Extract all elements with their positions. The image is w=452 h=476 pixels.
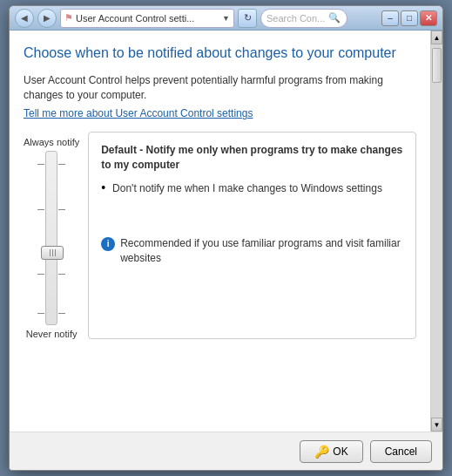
uac-slider[interactable]: Always notify	[24, 132, 79, 339]
scrollbar-thumb[interactable]	[432, 48, 442, 83]
info-circle-icon: i	[101, 237, 115, 251]
scrollbar-down-button[interactable]: ▼	[431, 418, 442, 432]
refresh-button[interactable]: ↻	[238, 9, 257, 28]
ok-button[interactable]: 🔑 OK	[300, 440, 362, 463]
info-panel-title: Default - Notify me only when programs t…	[101, 143, 403, 173]
ok-icon: 🔑	[314, 445, 329, 459]
slider-top-label: Always notify	[24, 137, 79, 147]
title-bar: ◀ ▶ ⚑ User Account Control setti... ▼ ↻ …	[10, 6, 442, 31]
window-controls: – □ ✕	[381, 10, 437, 26]
scrollbar[interactable]: ▲ ▼	[430, 31, 442, 432]
search-placeholder: Search Con...	[266, 13, 325, 24]
search-icon: 🔍	[328, 12, 341, 24]
bottom-bar: 🔑 OK Cancel	[10, 432, 442, 470]
address-text: User Account Control setti...	[76, 13, 222, 24]
info-panel: Default - Notify me only when programs t…	[88, 132, 416, 339]
content-area: Choose when to be notified about changes…	[10, 31, 442, 432]
info-bullet-text: Don't notify me when I make changes to W…	[112, 181, 382, 196]
info-spacer	[101, 205, 403, 231]
slider-thumb-grip	[50, 249, 56, 256]
ok-label: OK	[333, 445, 347, 458]
bullet-icon: •	[101, 180, 105, 194]
main-content: Choose when to be notified about changes…	[10, 31, 430, 432]
page-title: Choose when to be notified about changes…	[24, 44, 416, 63]
close-button[interactable]: ✕	[420, 10, 437, 26]
cancel-label: Cancel	[385, 445, 417, 458]
main-window: ◀ ▶ ⚑ User Account Control setti... ▼ ↻ …	[9, 5, 443, 471]
slider-track[interactable]	[45, 151, 57, 325]
address-bar[interactable]: ⚑ User Account Control setti... ▼	[60, 9, 234, 28]
back-button[interactable]: ◀	[15, 9, 34, 28]
slider-section: Always notify	[24, 132, 416, 339]
info-bullet-item: • Don't notify me when I make changes to…	[101, 181, 403, 196]
forward-button[interactable]: ▶	[37, 9, 57, 28]
scrollbar-track[interactable]	[431, 44, 442, 418]
slider-bottom-label: Never notify	[26, 329, 78, 339]
minimize-button[interactable]: –	[381, 10, 399, 26]
maximize-button[interactable]: □	[401, 10, 418, 26]
slider-thumb[interactable]	[41, 246, 64, 260]
info-note-text: Recommended if you use familiar programs…	[120, 236, 403, 266]
address-flag-icon: ⚑	[64, 12, 73, 24]
title-bar-left: ◀ ▶ ⚑ User Account Control setti... ▼ ↻ …	[15, 9, 347, 28]
cancel-button[interactable]: Cancel	[370, 440, 432, 463]
info-note: i Recommended if you use familiar progra…	[101, 236, 403, 266]
address-dropdown-icon[interactable]: ▼	[222, 14, 230, 23]
page-description: User Account Control helps prevent poten…	[24, 73, 416, 103]
search-box[interactable]: Search Con... 🔍	[260, 9, 347, 28]
learn-more-link[interactable]: Tell me more about User Account Control …	[24, 107, 253, 119]
scrollbar-up-button[interactable]: ▲	[431, 31, 442, 44]
